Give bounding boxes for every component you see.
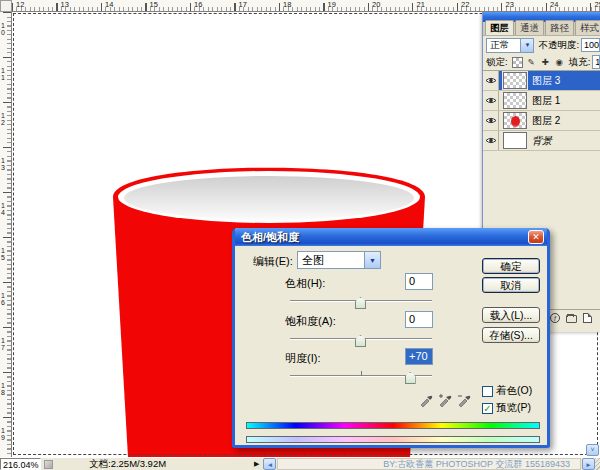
hue-spectrum-adjusted	[246, 436, 540, 443]
eye-icon[interactable]	[485, 96, 497, 105]
lock-row: 锁定: ✎ ✚ ◉ 填充: 100	[483, 54, 600, 70]
new-layer-icon[interactable]	[583, 313, 592, 323]
layer-row[interactable]: 图层 1	[483, 91, 600, 111]
tab-路径[interactable]: 路径	[545, 20, 574, 35]
blend-mode-row: 正常 ▼ 不透明度: 100	[483, 36, 600, 54]
ruler-h-number: 24	[550, 0, 558, 9]
palette-tabs: 图层通道路径样式色板	[483, 22, 600, 36]
tab-通道[interactable]: 通道	[515, 20, 544, 35]
ruler-v-number: 12	[1, 112, 7, 126]
ruler-h-number: 15	[150, 0, 158, 9]
eye-icon[interactable]	[485, 76, 497, 85]
ruler-h-number: 20	[372, 0, 380, 9]
hue-slider-thumb[interactable]	[355, 297, 366, 309]
eyedropper-minus-icon[interactable]	[457, 392, 472, 408]
document-size-info: 文档:2.25M/3.92M	[89, 458, 166, 470]
hue-label: 色相(H):	[285, 276, 325, 291]
save-button[interactable]: 存储(S)...	[482, 327, 540, 343]
ruler-v-number: 15	[1, 247, 7, 261]
layer-name[interactable]: 背景	[532, 134, 552, 148]
edit-target-select[interactable]: 全图 ▼	[297, 251, 381, 269]
status-menu-arrow-icon[interactable]: ▶	[254, 460, 259, 468]
lock-transparency-icon[interactable]	[512, 57, 523, 68]
visibility-toggle[interactable]	[483, 71, 499, 90]
layer-style-icon[interactable]: f	[550, 313, 560, 323]
ruler-v-number: 10	[1, 22, 7, 36]
layer-thumbnail[interactable]	[503, 72, 527, 89]
layer-thumbnail[interactable]	[503, 92, 527, 109]
edit-label: 编辑(E):	[253, 254, 293, 269]
lock-paint-icon[interactable]: ✎	[526, 57, 537, 68]
red-blob-thumbnail	[511, 116, 520, 127]
ruler-h-number: 21	[417, 0, 425, 9]
lock-move-icon[interactable]: ✚	[540, 57, 551, 68]
ruler-h-number: 13	[61, 0, 69, 9]
layer-thumbnail[interactable]	[503, 112, 527, 129]
ok-button[interactable]: 确定	[482, 258, 540, 274]
layer-name[interactable]: 图层 2	[532, 114, 560, 128]
ruler-v-number: 11	[1, 67, 7, 81]
colorize-checkbox[interactable]	[482, 386, 493, 397]
ruler-v-number: 16	[1, 292, 7, 306]
saturation-slider-thumb[interactable]	[355, 335, 366, 347]
scroll-down-icon[interactable]: ˅	[586, 444, 599, 456]
visibility-toggle[interactable]	[483, 131, 499, 150]
dialog-titlebar[interactable]: 色相/饱和度 ✕	[235, 228, 547, 246]
chevron-down-icon[interactable]: ▼	[364, 252, 380, 268]
opacity-input[interactable]: 100	[581, 38, 600, 52]
cup-interior	[124, 176, 414, 220]
slider-center-tick	[361, 371, 362, 376]
lightness-slider-thumb[interactable]	[405, 372, 416, 384]
scroll-left-icon[interactable]: ◄	[263, 458, 276, 470]
blend-mode-select[interactable]: 正常 ▼	[486, 38, 534, 53]
zoom-level-input[interactable]: 216.04%	[0, 458, 41, 470]
ruler-h-number: 16	[194, 0, 202, 9]
horizontal-scrollbar-track[interactable]: BY:古欧香薰 PHOTOSHOP 交流群 155189433	[277, 458, 581, 470]
ruler-horizontal[interactable]: 1213141516171819202122232425	[12, 0, 600, 12]
dialog-title: 色相/饱和度	[241, 230, 528, 245]
preview-checkbox-row[interactable]: ✓ 预览(P)	[482, 401, 531, 415]
load-button[interactable]: 载入(L)...	[482, 307, 540, 323]
hue-input[interactable]: 0	[405, 273, 433, 290]
ruler-vertical[interactable]: 10111213141516171819	[0, 12, 12, 457]
lock-all-icon[interactable]: ◉	[554, 57, 565, 68]
hue-slider[interactable]	[290, 300, 432, 302]
resize-grip[interactable]	[595, 458, 600, 470]
layer-row[interactable]: 图层 2	[483, 111, 600, 131]
ruler-h-number: 23	[506, 0, 514, 9]
saturation-slider[interactable]	[290, 338, 432, 340]
lightness-slider[interactable]	[290, 375, 432, 377]
layer-row[interactable]: 图层 3	[483, 71, 600, 91]
colorize-checkbox-row[interactable]: 着色(O)	[482, 384, 532, 398]
new-group-icon[interactable]	[566, 315, 577, 323]
chevron-down-icon[interactable]: ▼	[520, 39, 533, 52]
close-icon[interactable]: ✕	[528, 230, 544, 244]
eyedropper-icon[interactable]	[419, 392, 434, 408]
preview-checkbox[interactable]: ✓	[482, 403, 493, 414]
ruler-h-number: 14	[105, 0, 113, 9]
fill-input[interactable]: 100	[592, 55, 600, 69]
tab-样式[interactable]: 样式	[575, 20, 600, 35]
edit-target-value: 全图	[302, 253, 324, 268]
ruler-h-number: 25	[595, 0, 600, 9]
lock-label: 锁定:	[486, 56, 508, 69]
ruler-h-number: 22	[461, 0, 469, 9]
eye-icon[interactable]	[485, 116, 497, 125]
visibility-toggle[interactable]	[483, 111, 499, 130]
tab-图层[interactable]: 图层	[485, 20, 514, 35]
layer-thumbnail[interactable]	[503, 132, 527, 149]
preview-label: 预览(P)	[496, 401, 531, 415]
eyedropper-plus-icon[interactable]	[438, 392, 453, 408]
cancel-button[interactable]: 取消	[482, 277, 540, 293]
ruler-v-number: 18	[1, 382, 7, 396]
eye-icon[interactable]	[485, 136, 497, 145]
ruler-h-number: 17	[239, 0, 247, 9]
layer-name[interactable]: 图层 3	[532, 74, 560, 88]
layer-name[interactable]: 图层 1	[532, 94, 560, 108]
ruler-h-number: 12	[16, 0, 24, 9]
visibility-toggle[interactable]	[483, 91, 499, 110]
layer-row[interactable]: 背景	[483, 131, 600, 151]
lightness-input[interactable]: +70	[405, 348, 433, 365]
scroll-right-icon[interactable]: ►	[582, 458, 595, 470]
saturation-input[interactable]: 0	[405, 311, 433, 328]
